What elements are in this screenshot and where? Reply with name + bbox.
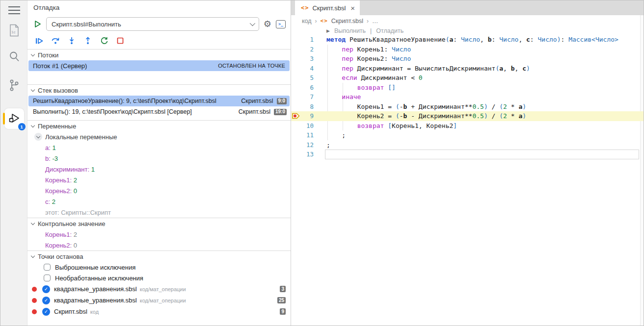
breakpoint-row[interactable]: ✓квадратные_уравнения.sbslкод/мат_операц… xyxy=(27,283,291,295)
line-number[interactable]: 3 xyxy=(301,55,314,62)
breadcrumb-file[interactable]: Скрипт.sbsl xyxy=(331,18,363,25)
code-line[interactable]: 11 ; xyxy=(291,130,644,140)
threads-list: Поток #1 (Сервер)ОСТАНОВЛЕН НА ТОЧКЕ xyxy=(27,60,291,71)
code-text: возврат [] xyxy=(326,84,396,91)
stack-frame-file: Скрипт.sbsl xyxy=(241,98,273,104)
token: 0.5 xyxy=(472,112,483,120)
code-line[interactable]: 8 Корень1 = (-b + Дискриминант**0.5) / (… xyxy=(291,102,644,112)
breakpoint-row[interactable]: ✓Скрипт.sbslкод9 xyxy=(27,306,291,317)
watch-section-header[interactable]: Контрольное значение xyxy=(27,218,291,229)
variable-row[interactable]: Дискриминант: 1 xyxy=(27,164,291,175)
stack-frame-position-badge: 19:0 xyxy=(274,109,287,115)
code-line[interactable]: 2 пер Корень1: Число xyxy=(291,45,644,54)
stack-frame-row[interactable]: РешитьКвадратноеУравнение(): 9, c:\test\… xyxy=(28,96,290,106)
code-line[interactable]: 3 пер Корень2: Число xyxy=(291,54,644,64)
editor: <> Скрипт.sbsl × код › <> Скрипт.sbsl › … xyxy=(291,0,644,326)
search-icon[interactable] xyxy=(0,50,27,62)
variables-section-header[interactable]: Переменные xyxy=(27,121,291,131)
watch-row[interactable]: Корень1: 2 xyxy=(27,229,291,240)
threads-section-header[interactable]: Потоки xyxy=(27,50,291,60)
exception-breakpoint-row[interactable]: Выброшенные исключения xyxy=(27,262,291,273)
token: ) xyxy=(522,103,526,110)
code-line[interactable]: 1метод РешитьКвадратноеУравнение(a: Числ… xyxy=(291,35,644,45)
restart-button[interactable] xyxy=(100,37,108,45)
line-number[interactable]: 4 xyxy=(301,65,314,72)
variable-row[interactable]: Корень1: 2 xyxy=(27,175,291,185)
variable-name: Корень2: xyxy=(45,187,72,195)
line-number[interactable]: 9 xyxy=(301,112,314,120)
variable-row[interactable]: этот: Скрипты::Скрипт xyxy=(27,207,291,218)
line-number[interactable]: 6 xyxy=(301,84,314,91)
token: / xyxy=(488,103,499,110)
step-over-button[interactable] xyxy=(51,37,60,45)
code-line[interactable]: 6 возврат [] xyxy=(291,83,644,93)
code-line[interactable]: 12; xyxy=(291,140,644,150)
token: * xyxy=(507,112,518,120)
code-line[interactable]: 9 Корень2 = (-b - Дискриминант**0.5) / (… xyxy=(291,111,644,121)
breadcrumb-root[interactable]: код xyxy=(302,18,312,25)
code-line[interactable]: 4 пер Дискриминант = ВычислитьДискримина… xyxy=(291,64,644,74)
step-out-button[interactable] xyxy=(83,37,92,45)
code-line[interactable]: 7 иначе xyxy=(291,92,644,102)
variable-value: Скрипты::Скрипт xyxy=(59,209,111,216)
checkbox-checked[interactable]: ✓ xyxy=(42,297,50,304)
continue-button[interactable] xyxy=(35,37,44,45)
breakpoint-row[interactable]: ✓квадратные_уравнения.sbslкод/мат_операц… xyxy=(27,295,291,306)
code-text: возврат [Корень1, Корень2] xyxy=(326,122,457,129)
close-icon[interactable]: × xyxy=(350,4,355,12)
step-into-button[interactable] xyxy=(67,37,76,45)
exception-label: Выброшенные исключения xyxy=(55,264,135,271)
menu-icon[interactable] xyxy=(0,6,27,14)
variable-row[interactable]: b: -3 xyxy=(27,153,291,164)
stack-frame-text: Выполнить(): 19, c:\test\Проект\код\Скри… xyxy=(33,108,235,115)
codelens-debug[interactable]: Отладить xyxy=(376,27,403,34)
checkbox-checked[interactable]: ✓ xyxy=(42,308,50,316)
variable-row[interactable]: c: 2 xyxy=(27,196,291,207)
line-number[interactable]: 8 xyxy=(301,103,314,110)
breakpoints-section-header[interactable]: Точки останова xyxy=(27,251,291,262)
watch-row[interactable]: Корень2: 0 xyxy=(27,240,291,251)
local-variables-group[interactable]: Локальные переменные xyxy=(27,131,291,142)
code-line[interactable]: 13 xyxy=(291,150,644,159)
call-stack-section-header[interactable]: Стек вызовов xyxy=(27,85,291,96)
code-line[interactable]: 5 если Дискриминант < 0 xyxy=(291,73,644,83)
line-number[interactable]: 10 xyxy=(301,122,314,129)
tab-script-sbsl[interactable]: <> Скрипт.sbsl × xyxy=(295,0,360,15)
token xyxy=(326,122,357,129)
call-stack-list: РешитьКвадратноеУравнение(): 9, c:\test\… xyxy=(27,96,291,117)
line-number[interactable]: 12 xyxy=(301,141,314,149)
checkbox-unchecked[interactable] xyxy=(44,264,51,271)
breadcrumb: код › <> Скрипт.sbsl › … xyxy=(291,15,644,26)
gear-icon[interactable]: ⚙ xyxy=(264,20,271,28)
variable-row[interactable]: a: 1 xyxy=(27,142,291,153)
debug-view-icon[interactable]: 1 xyxy=(0,108,27,129)
line-number[interactable]: 2 xyxy=(301,46,314,53)
breadcrumb-more[interactable]: … xyxy=(372,18,378,25)
run-config-select[interactable]: Скрипт.sbsl#Выполнить xyxy=(46,17,259,31)
thread-row[interactable]: Поток #1 (Сервер)ОСТАНОВЛЕН НА ТОЧКЕ xyxy=(28,60,290,71)
code-area[interactable]: 1метод РешитьКвадратноеУравнение(a: Числ… xyxy=(291,35,644,159)
exception-breakpoint-row[interactable]: Необработанные исключения xyxy=(27,273,291,283)
line-number[interactable]: 11 xyxy=(301,131,314,139)
line-number[interactable]: 13 xyxy=(301,150,314,158)
codelens-run[interactable]: Выполнить xyxy=(334,27,366,34)
line-number[interactable]: 5 xyxy=(301,74,314,81)
checkbox-unchecked[interactable] xyxy=(44,275,51,281)
stack-frame-row[interactable]: Выполнить(): 19, c:\test\Проект\код\Скри… xyxy=(28,106,290,117)
debug-console-icon[interactable]: >_ xyxy=(276,20,286,28)
checkbox-checked[interactable]: ✓ xyxy=(42,285,50,293)
line-number[interactable]: 1 xyxy=(301,36,314,43)
line-number[interactable]: 7 xyxy=(301,93,314,100)
thread-name: Поток #1 (Сервер) xyxy=(33,62,87,70)
code-text: иначе xyxy=(326,93,361,100)
token: пер xyxy=(342,46,353,53)
token: Массив xyxy=(568,36,591,43)
variable-row[interactable]: Корень2: 0 xyxy=(27,185,291,196)
stop-button[interactable] xyxy=(116,37,125,45)
token: РешитьКвадратноеУравнение xyxy=(346,36,446,43)
token: Число xyxy=(595,36,615,43)
code-line[interactable]: 10 возврат [Корень1, Корень2] xyxy=(291,121,644,131)
start-debug-icon[interactable] xyxy=(33,20,42,28)
source-control-icon[interactable] xyxy=(0,79,27,92)
explorer-1c-file-icon[interactable]: 1c xyxy=(0,24,27,37)
